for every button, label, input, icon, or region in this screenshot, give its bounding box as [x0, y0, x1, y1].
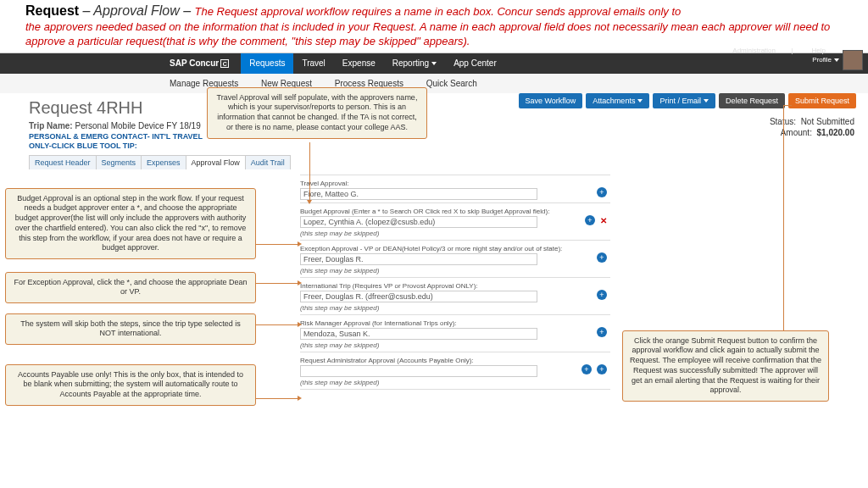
workflow-row: Exception Approval - VP or DEAN(Hotel Po… — [300, 241, 610, 278]
add-approver-icon[interactable]: + — [597, 364, 607, 374]
save-workflow-button[interactable]: Save Workflow — [519, 93, 583, 108]
nav-profile[interactable]: Profile — [812, 56, 839, 64]
chevron-down-icon — [704, 99, 709, 103]
tab-segments[interactable]: Segments — [96, 155, 142, 169]
add-approver-icon[interactable]: + — [597, 327, 607, 337]
tab-request-header[interactable]: Request Header — [29, 155, 97, 169]
workflow-label: Travel Approval: — [300, 180, 610, 187]
arrow-icon — [307, 200, 312, 204]
workflow-label: Exception Approval - VP or DEAN(Hotel Po… — [300, 245, 610, 252]
skip-note: (this step may be skipped) — [300, 230, 610, 237]
workflow-label: International Trip (Requires VP or Provo… — [300, 282, 610, 290]
title-italic: Approval Flow – — [93, 3, 194, 18]
nav-admin[interactable]: Administration — [724, 47, 789, 54]
add-approver-icon[interactable]: + — [597, 290, 607, 300]
amount-value: $1,020.00 — [817, 128, 855, 137]
submit-request-button[interactable]: Submit Request — [788, 93, 856, 108]
chevron-down-icon — [431, 62, 437, 65]
chevron-down-icon — [637, 99, 643, 103]
action-buttons: Save Workflow Attachments Print / Email … — [519, 93, 857, 108]
nav-requests[interactable]: Requests — [241, 53, 293, 74]
chevron-down-icon — [784, 49, 789, 53]
nav-travel[interactable]: Travel — [293, 53, 333, 74]
tool-tip: PERSONAL & EMERG CONTACT- INT'L TRAVEL O… — [29, 132, 215, 151]
print-email-button[interactable]: Print / Email — [653, 93, 715, 108]
approver-input[interactable] — [300, 216, 537, 228]
arrow-line — [309, 142, 310, 200]
arrow-line — [256, 324, 298, 325]
approver-input[interactable] — [300, 365, 537, 377]
trip-name: Trip Name: Personal Mobile Device FY 18/… — [29, 121, 854, 130]
title-bold: Request — [25, 3, 79, 18]
delete-request-button[interactable]: Delete Request — [719, 93, 785, 108]
callout-budget-approval: Budget Approval is an optional step in t… — [5, 188, 256, 259]
skip-note: (this step may be skipped) — [300, 341, 610, 349]
callout-travel-approval: Travel Approval will self populate, with… — [207, 87, 427, 139]
arrow-line — [783, 105, 784, 330]
workflow-row: Travel Approval:+ — [300, 175, 610, 203]
callout-exception-approval: For Exception Approval, click the *, and… — [5, 272, 256, 303]
workflow-label: Budget Approval (Enter a * to Search OR … — [300, 208, 610, 215]
tab-expenses[interactable]: Expenses — [141, 155, 186, 169]
arrow-line — [783, 105, 792, 106]
workflow-row: Request Administrator Approval (Accounts… — [300, 352, 610, 390]
nav-help[interactable]: Help — [804, 47, 839, 54]
workflow-row: Budget Approval (Enter a * to Search OR … — [300, 203, 610, 241]
workflow-row: International Trip (Requires VP or Provo… — [300, 278, 610, 315]
top-navbar: SAP ConcurC Requests Travel Expense Repo… — [0, 53, 868, 74]
approver-input[interactable] — [300, 188, 537, 200]
nav-appcenter[interactable]: App Center — [445, 53, 505, 74]
avatar[interactable] — [843, 50, 863, 70]
status-block: Status: Not Submitted Amount: $1,020.00 — [770, 117, 854, 139]
approver-input[interactable] — [300, 253, 537, 265]
arrow-icon — [298, 241, 302, 247]
arrow-icon — [298, 280, 302, 286]
callout-submit-request: Click the orange Submit Request button t… — [622, 330, 829, 402]
nav-reporting[interactable]: Reporting — [384, 53, 445, 74]
nav-expense[interactable]: Expense — [334, 53, 384, 74]
arrow-line — [256, 244, 298, 245]
doc-title: Request – Approval Flow – The Request ap… — [0, 0, 868, 20]
callout-intl-skip: The system will skip both the steps, sin… — [5, 313, 256, 345]
approver-input[interactable] — [300, 328, 537, 340]
skip-note: (this step may be skipped) — [300, 267, 610, 274]
skip-note: (this step may be skipped) — [300, 379, 610, 386]
chevron-down-icon — [834, 49, 839, 53]
add-approver-icon[interactable]: + — [581, 364, 592, 374]
add-approver-icon[interactable]: + — [585, 215, 595, 225]
brand: SAP ConcurC — [0, 58, 241, 68]
arrow-line — [256, 398, 298, 399]
chevron-down-icon — [834, 58, 839, 62]
workflow-row: Risk Manager Approval (for International… — [300, 315, 610, 352]
add-approver-icon[interactable]: + — [597, 252, 607, 263]
add-approver-icon[interactable]: + — [597, 187, 607, 197]
tab-approval-flow[interactable]: Approval Flow — [186, 155, 246, 169]
approver-input[interactable] — [300, 291, 537, 302]
arrow-line — [256, 283, 298, 284]
sub-navbar: Manage Requests New Request Process Requ… — [0, 74, 868, 93]
arrow-icon — [298, 322, 302, 327]
workflow-label: Request Administrator Approval (Accounts… — [300, 357, 610, 364]
tab-audit-trail[interactable]: Audit Trail — [245, 155, 291, 169]
remove-step-icon[interactable]: ✕ — [600, 216, 607, 225]
workflow-label: Risk Manager Approval (for International… — [300, 319, 610, 327]
attachments-button[interactable]: Attachments — [586, 93, 649, 108]
skip-note: (this step may be skipped) — [300, 304, 610, 312]
subnav-quick[interactable]: Quick Search — [426, 79, 477, 88]
arrow-icon — [298, 396, 302, 401]
callout-accounts-payable: Accounts Payable use only! This is the o… — [5, 364, 256, 406]
approval-workflow: Travel Approval:+Budget Approval (Enter … — [300, 175, 610, 390]
tabs: Request Header Segments Expenses Approva… — [29, 155, 854, 169]
